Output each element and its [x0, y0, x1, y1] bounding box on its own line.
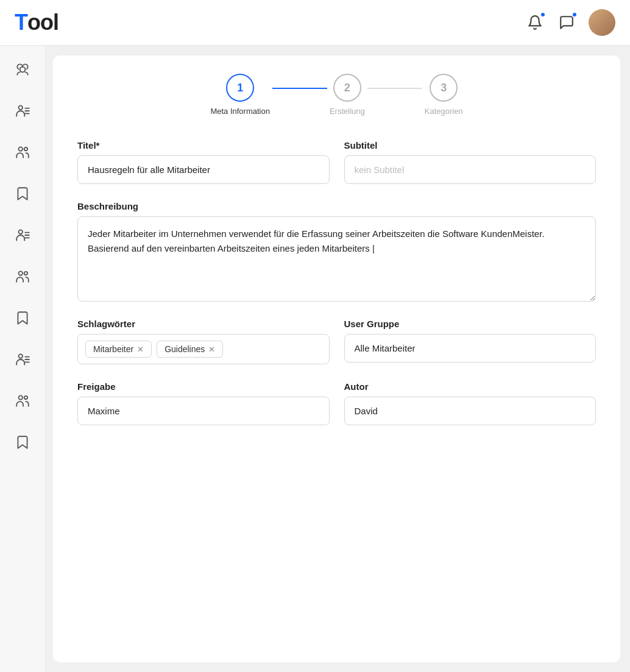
autor-input[interactable]: [344, 397, 596, 425]
main-content: 1 Meta Information 2 Erstellung: [53, 55, 620, 662]
sidebar: [0, 46, 46, 672]
subtitel-input[interactable]: [344, 155, 596, 184]
user-avatar[interactable]: [589, 9, 615, 36]
message-button[interactable]: [557, 13, 576, 32]
header-right: [525, 9, 615, 36]
freigabe-input[interactable]: [77, 397, 330, 425]
bookmark-3-icon: [15, 434, 30, 450]
schlagwoerter-group: Schlagwörter Mitarbeiter ✕ Guidelines ✕: [77, 319, 330, 364]
step-1-label: Meta Information: [210, 107, 270, 116]
tag-mitarbeiter: Mitarbeiter ✕: [85, 341, 152, 358]
step-1-circle[interactable]: 1: [226, 74, 254, 102]
svg-point-11: [19, 271, 23, 275]
stepper: 1 Meta Information 2 Erstellung: [77, 74, 596, 116]
subtitel-group: Subtitel: [344, 140, 596, 184]
step-3-number: 3: [441, 82, 447, 94]
freigabe-label: Freigabe: [77, 381, 330, 392]
step-2-circle[interactable]: 2: [333, 74, 361, 102]
svg-point-5: [19, 147, 23, 151]
sidebar-item-users-list-1[interactable]: [11, 99, 34, 122]
svg-point-1: [19, 105, 23, 110]
user-gruppe-input[interactable]: [344, 334, 596, 363]
step-1-number: 1: [237, 82, 243, 94]
sidebar-item-bookmark-1[interactable]: [11, 182, 34, 205]
group-icon: [15, 144, 30, 160]
step-2-label: Erstellung: [330, 107, 365, 116]
svg-point-18: [24, 396, 27, 399]
step-2-group: 2 Erstellung: [330, 74, 425, 116]
step-3-circle[interactable]: 3: [430, 74, 458, 102]
subtitel-label: Subtitel: [344, 140, 596, 150]
tag-guidelines-remove[interactable]: ✕: [208, 345, 215, 353]
svg-point-12: [24, 272, 27, 275]
tags-input[interactable]: Mitarbeiter ✕ Guidelines ✕: [77, 334, 330, 364]
header: Tool: [0, 0, 630, 46]
sidebar-item-bookmark-3[interactable]: [11, 431, 34, 454]
users-list-2-icon: [15, 227, 30, 243]
beschreibung-textarea[interactable]: Jeder Mitarbeiter im Unternehmen verwend…: [77, 216, 596, 302]
logo: Tool: [15, 10, 58, 35]
beschreibung-label: Beschreibung: [77, 201, 596, 211]
tag-guidelines-label: Guidelines: [165, 344, 205, 354]
step-3-label: Kategorien: [425, 107, 463, 116]
step-connector-2: [367, 88, 422, 89]
titel-label: Titel*: [77, 140, 330, 150]
svg-point-7: [19, 230, 23, 234]
sidebar-item-users-list-3[interactable]: [11, 348, 34, 371]
user-gruppe-group: User Gruppe: [344, 319, 596, 364]
app-body: 1 Meta Information 2 Erstellung: [0, 46, 630, 672]
sidebar-item-brain[interactable]: [11, 58, 34, 81]
user-gruppe-label: User Gruppe: [344, 319, 596, 329]
beschreibung-row: Beschreibung Jeder Mitarbeiter im Untern…: [77, 201, 596, 302]
users-list-icon: [15, 103, 30, 119]
notification-button[interactable]: [525, 13, 545, 32]
svg-point-0: [20, 67, 26, 73]
sidebar-item-group-2[interactable]: [11, 265, 34, 288]
svg-point-6: [24, 147, 27, 150]
sidebar-item-bookmark-2[interactable]: [11, 306, 34, 330]
step-1: 1 Meta Information: [210, 74, 270, 116]
step-3: 3 Kategorien: [425, 74, 463, 116]
autor-label: Autor: [344, 381, 596, 392]
freigabe-group: Freigabe: [77, 381, 330, 425]
message-badge: [572, 12, 578, 18]
freigabe-autor-row: Freigabe Autor: [77, 381, 596, 425]
tag-mitarbeiter-label: Mitarbeiter: [93, 344, 133, 354]
sidebar-item-group-1[interactable]: [11, 141, 34, 164]
schlagwoerter-label: Schlagwörter: [77, 319, 330, 329]
svg-point-13: [19, 354, 23, 358]
titel-input[interactable]: [77, 155, 330, 184]
logo-rest: ool: [27, 10, 58, 35]
titel-group: Titel*: [77, 140, 330, 184]
bookmark-icon: [15, 186, 30, 202]
step-connector-1: [272, 88, 327, 89]
group-2-icon: [15, 269, 30, 285]
notification-badge: [540, 12, 546, 18]
tag-mitarbeiter-remove[interactable]: ✕: [137, 345, 144, 353]
autor-group: Autor: [344, 381, 596, 425]
group-3-icon: [15, 393, 30, 409]
beschreibung-group: Beschreibung Jeder Mitarbeiter im Untern…: [77, 201, 596, 302]
step-1-group: 1 Meta Information: [210, 74, 330, 116]
brain-icon: [15, 62, 30, 77]
schlagwoerter-gruppe-row: Schlagwörter Mitarbeiter ✕ Guidelines ✕ …: [77, 319, 596, 364]
sidebar-item-users-list-2[interactable]: [11, 224, 34, 247]
sidebar-item-group-3[interactable]: [11, 389, 34, 412]
titel-subtitel-row: Titel* Subtitel: [77, 140, 596, 184]
tag-guidelines: Guidelines ✕: [157, 341, 223, 358]
step-2-number: 2: [344, 82, 350, 94]
logo-t-letter: T: [15, 10, 27, 35]
svg-point-17: [19, 395, 23, 400]
users-list-3-icon: [15, 352, 30, 367]
bookmark-2-icon: [15, 310, 30, 326]
step-2: 2 Erstellung: [330, 74, 365, 116]
